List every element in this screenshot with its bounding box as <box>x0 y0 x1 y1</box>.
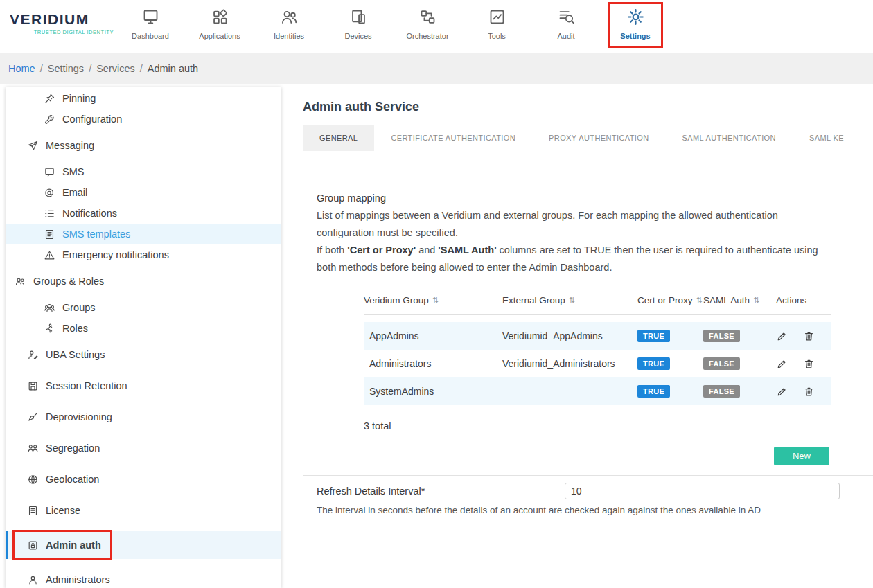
edit-button[interactable] <box>776 386 788 398</box>
logo-text: VERIDIUM <box>10 11 114 28</box>
cell-saml-auth: FALSE <box>703 385 776 398</box>
tab-saml-ke[interactable]: SAML KE <box>793 125 861 151</box>
sidebar-item-label: Geolocation <box>46 474 99 485</box>
nav-item-devices[interactable]: Devices <box>324 4 393 48</box>
table-actions-row: New <box>303 447 829 465</box>
nav-item-orchestrator[interactable]: Orchestrator <box>393 4 462 48</box>
groups-roles-icon <box>15 276 26 287</box>
nav-item-applications[interactable]: Applications <box>185 4 254 48</box>
sidebar-item-license[interactable]: License <box>6 500 281 521</box>
nav-item-dashboard[interactable]: Dashboard <box>116 4 185 48</box>
sidebar-item-geolocation[interactable]: Geolocation <box>6 469 281 490</box>
sidebar-item-sms[interactable]: SMS <box>6 161 281 182</box>
table-row: AppAdminsVeridiumid_AppAdminsTRUEFALSE <box>364 322 831 350</box>
tab-saml-authentication[interactable]: SAML AUTHENTICATION <box>666 125 793 151</box>
nav-item-tools[interactable]: Tools <box>462 4 531 48</box>
group-mapping-description-2: If both 'Cert or Proxy' and 'SAML Auth' … <box>317 242 836 276</box>
sidebar-item-label: SMS templates <box>62 229 130 240</box>
tools-icon <box>488 8 506 26</box>
breadcrumb-item-home[interactable]: Home <box>8 63 35 74</box>
tab-certificate-authentication[interactable]: CERTIFICATE AUTHENTICATION <box>374 125 532 151</box>
sidebar-item-groups[interactable]: Groups <box>6 297 281 318</box>
cell-actions <box>776 386 831 398</box>
session-icon <box>27 380 39 392</box>
tab-bar: GENERALCERTIFICATE AUTHENTICATIONPROXY A… <box>303 125 873 151</box>
group-mapping-table: Veridium Group⇅External Group⇅Cert or Pr… <box>364 286 831 405</box>
sort-icon[interactable]: ⇅ <box>696 296 703 305</box>
sidebar-item-label: Emergency notifications <box>62 249 169 260</box>
breadcrumb-separator: / <box>40 63 43 74</box>
sidebar-item-pinning[interactable]: Pinning <box>6 88 281 109</box>
sidebar-item-deprovisioning[interactable]: Deprovisioning <box>6 407 281 427</box>
page-title: Admin auth Service <box>303 100 873 114</box>
veridium-logo[interactable]: VERIDIUM TRUSTED DIGITAL IDENTITY <box>10 11 114 35</box>
sidebar-item-label: Messaging <box>46 140 94 151</box>
logo-tagline: TRUSTED DIGITAL IDENTITY <box>10 29 114 35</box>
settings-icon <box>626 8 645 26</box>
delete-button[interactable] <box>803 386 815 398</box>
cell-external-group: Veridiumid_AppAdmins <box>502 330 637 341</box>
sidebar-item-admin-auth[interactable]: Admin auth <box>6 531 281 559</box>
refresh-interval-input[interactable] <box>565 483 840 499</box>
deprovisioning-icon <box>27 411 39 423</box>
breadcrumb-item-services[interactable]: Services <box>96 63 135 74</box>
dashboard-icon <box>141 8 160 26</box>
sidebar-item-notifications[interactable]: Notifications <box>6 203 281 224</box>
sort-icon[interactable]: ⇅ <box>569 296 575 305</box>
sidebar-item-label: UBA Settings <box>46 349 105 360</box>
nav-item-identities[interactable]: Identities <box>254 4 324 48</box>
table-row: SystemAdminsTRUEFALSE <box>364 377 831 405</box>
sidebar-item-sms-templates[interactable]: SMS templates <box>6 224 281 244</box>
tab-proxy-authentication[interactable]: PROXY AUTHENTICATION <box>532 125 666 151</box>
warning-icon <box>44 249 55 261</box>
devices-icon <box>349 8 368 26</box>
sidebar-item-label: Session Retention <box>46 380 127 391</box>
refresh-interval-row: Refresh Details Interval* <box>317 483 873 499</box>
table-header-actions: Actions <box>776 295 831 305</box>
table-header-label: External Group <box>502 295 565 305</box>
table-header-external-group: External Group⇅ <box>502 295 637 305</box>
sidebar-item-messaging[interactable]: Messaging <box>6 135 281 156</box>
edit-button[interactable] <box>776 358 788 370</box>
cell-cert-or-proxy: TRUE <box>637 330 703 342</box>
nav-item-settings[interactable]: Settings <box>601 4 670 48</box>
nav-item-label: Identities <box>274 32 304 40</box>
tab-general[interactable]: GENERAL <box>303 125 374 151</box>
sidebar-item-emergency-notifications[interactable]: Emergency notifications <box>6 244 281 265</box>
section-divider <box>303 475 873 476</box>
sidebar-item-roles[interactable]: Roles <box>6 318 281 339</box>
desc-text-prefix: If both <box>317 244 347 256</box>
sidebar-item-segregation[interactable]: Segregation <box>6 438 281 458</box>
top-nav-items: DashboardApplicationsIdentitiesDevicesOr… <box>116 4 670 48</box>
sort-icon[interactable]: ⇅ <box>432 296 439 305</box>
roles-icon <box>44 323 55 335</box>
cell-actions <box>776 330 831 342</box>
nav-item-audit[interactable]: Audit <box>531 4 601 48</box>
table-header-saml-auth: SAML Auth⇅ <box>703 295 776 305</box>
cell-veridium-group: SystemAdmins <box>364 386 502 397</box>
edit-button[interactable] <box>776 330 788 342</box>
sort-icon[interactable]: ⇅ <box>753 296 759 305</box>
sidebar-item-configuration[interactable]: Configuration <box>6 109 281 130</box>
table-header-cert-or-proxy: Cert or Proxy⇅ <box>637 295 703 305</box>
cell-veridium-group: AppAdmins <box>364 330 502 341</box>
sidebar-item-administrators[interactable]: Administrators <box>6 569 281 588</box>
delete-button[interactable] <box>803 330 815 342</box>
sidebar-item-session-retention[interactable]: Session Retention <box>6 375 281 396</box>
breadcrumb-item-settings[interactable]: Settings <box>48 63 84 74</box>
trash-icon <box>803 386 815 398</box>
status-badge-false: FALSE <box>703 385 740 398</box>
delete-button[interactable] <box>803 358 815 370</box>
new-button[interactable]: New <box>774 447 829 465</box>
sidebar-item-groups-roles[interactable]: Groups & Roles <box>6 271 281 292</box>
sidebar-item-label: Configuration <box>62 114 122 125</box>
table-total-count: 3 total <box>364 420 873 431</box>
geolocation-icon <box>27 474 39 485</box>
sidebar-item-email[interactable]: Email <box>6 182 281 203</box>
table-header-label: Veridium Group <box>364 295 429 305</box>
notifications-icon <box>44 208 55 220</box>
sidebar-item-uba-settings[interactable]: UBA Settings <box>6 344 281 365</box>
audit-icon <box>557 8 576 26</box>
segregation-icon <box>27 443 39 454</box>
cell-saml-auth: FALSE <box>703 357 776 370</box>
